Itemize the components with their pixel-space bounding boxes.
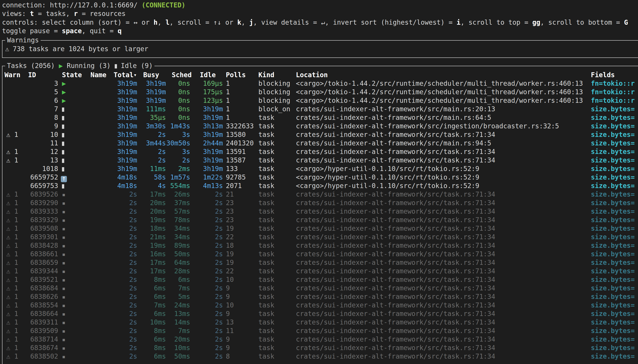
warning-icon: ⚠: [6, 310, 10, 318]
task-row[interactable]: 6▶3h19m3h19m0ns123µs1blocking<cargo>/tok…: [4, 96, 638, 105]
task-row[interactable]: ⚠ 16839329▪2s19ms78ms2s23taskcrates/sui-…: [4, 216, 638, 224]
column-header-kind[interactable]: Kind: [258, 71, 296, 79]
task-row[interactable]: ⚠ 1103h19m2s3s3h19m13580taskcrates/sui-i…: [4, 130, 638, 139]
task-state: ▪: [60, 267, 89, 276]
task-id: 8: [28, 113, 60, 122]
column-header-total[interactable]: Total▾: [111, 71, 138, 79]
task-idle: 2s: [190, 301, 223, 310]
column-header-idle[interactable]: Idle: [190, 71, 223, 79]
column-header-state[interactable]: State: [60, 71, 89, 79]
task-state: [60, 105, 89, 113]
column-header-busy[interactable]: Busy: [138, 71, 166, 79]
task-row[interactable]: 6659752↑4m18s58s1m57s1m22s92785task<carg…: [4, 173, 638, 182]
task-sched: 30m50s: [166, 139, 190, 148]
task-row[interactable]: ⚠ 16839509▪2s8ms7ms2s11taskcrates/sui-in…: [4, 326, 638, 335]
task-kind: task: [258, 275, 296, 284]
task-row[interactable]: 83h19m35µs0ns3h19m1taskcrates/sui-indexe…: [4, 113, 638, 122]
warn-cell: [4, 122, 28, 130]
task-busy: 3m44s: [138, 139, 166, 148]
task-row[interactable]: ⚠ 16838554▪2s7ms24ms2s10taskcrates/sui-i…: [4, 301, 638, 310]
task-row[interactable]: ⚠ 16838661▪2s16ms50ms2s19taskcrates/sui-…: [4, 250, 638, 258]
task-row[interactable]: ⚠ 16838659▪2s17ms64ms2s19taskcrates/sui-…: [4, 258, 638, 267]
task-sched: 10ms: [166, 344, 190, 352]
task-row[interactable]: ⚠ 16839301▪2s21ms34ms2s22taskcrates/sui-…: [4, 233, 638, 241]
warning-icon: ⚠: [6, 225, 10, 232]
task-row[interactable]: ⚠ 16839521▪2s8ms6ms2s10taskcrates/sui-in…: [4, 275, 638, 284]
task-idle: 2s: [190, 207, 223, 216]
task-total: 2s: [111, 275, 138, 284]
table-body: 3▶3h19m3h19m0ns169µs1blocking<cargo>/tok…: [4, 79, 638, 361]
task-total: 2s: [111, 284, 138, 293]
task-row[interactable]: ⚠ 16839508▪2s18ms34ms2s19taskcrates/sui-…: [4, 224, 638, 233]
pause-icon: [62, 133, 64, 137]
task-row[interactable]: ⚠ 16838674▪2s8ms10ms2s9taskcrates/sui-in…: [4, 344, 638, 352]
stopped-icon: ▪: [62, 191, 66, 198]
task-id: 11: [28, 139, 60, 148]
task-row[interactable]: 73h19m111ms0ns3h19m1block_oncrates/sui-i…: [4, 105, 638, 113]
task-fields: size.bytes=: [591, 318, 638, 327]
task-row[interactable]: ⚠ 16838684▪2s6ms7ms2s9taskcrates/sui-ind…: [4, 284, 638, 292]
column-header-sched[interactable]: Sched: [166, 71, 190, 79]
task-row[interactable]: 10183h19m11ms2ms3h19m133task<cargo>/hype…: [4, 164, 638, 173]
column-header-polls[interactable]: Polls: [223, 71, 258, 79]
task-fields-text: size.bytes=: [591, 156, 635, 164]
task-row[interactable]: ⚠ 16838714▪2s6ms20ms2s9taskcrates/sui-in…: [4, 335, 638, 344]
task-fields-text: size.bytes=: [591, 293, 635, 300]
task-row[interactable]: 113h19m3m44s30m50s2h44m2401320taskcrates…: [4, 139, 638, 148]
task-idle: 3h19m: [190, 113, 223, 122]
task-name: [89, 352, 111, 361]
task-row[interactable]: ⚠ 1133h19m2s2s3h19m13587taskcrates/sui-i…: [4, 156, 638, 164]
task-row[interactable]: 3▶3h19m3h19m0ns169µs1blocking<cargo>/tok…: [4, 79, 638, 88]
task-state: ▪: [60, 318, 89, 327]
task-kind: task: [258, 182, 296, 190]
title-segment: Idle (9): [117, 62, 153, 70]
task-polls: 9: [223, 335, 258, 344]
task-polls: 3322633: [223, 122, 258, 130]
task-total: 2s: [111, 310, 138, 318]
task-fields-text: size.bytes=: [591, 131, 635, 138]
column-header-id[interactable]: ID: [28, 71, 60, 79]
warn-cell: ⚠ 1: [4, 207, 28, 216]
task-row[interactable]: ⚠ 16839344▪2s17ms28ms2s22taskcrates/sui-…: [4, 267, 638, 275]
pause-icon: [62, 142, 64, 146]
task-row[interactable]: ⚠ 16839290▪2s20ms37ms2s23taskcrates/sui-…: [4, 198, 638, 207]
task-idle: 3h19m: [190, 105, 223, 113]
task-busy: 20ms: [138, 198, 166, 207]
column-header-location[interactable]: Location: [296, 71, 591, 79]
column-header-warn[interactable]: Warn: [4, 71, 28, 79]
task-row[interactable]: ⚠ 16838626▪2s6ms5ms2s9taskcrates/sui-ind…: [4, 292, 638, 301]
task-row[interactable]: 66597534m18s4s554ms4m13s2071task<cargo>/…: [4, 182, 638, 190]
task-row[interactable]: ⚠ 1123h19m2s3s3h19m13591taskcrates/sui-i…: [4, 148, 638, 156]
task-sched: 89ms: [166, 241, 190, 250]
task-row[interactable]: ⚠ 16839333▪2s20ms57ms2s23taskcrates/sui-…: [4, 207, 638, 216]
task-location: crates/sui-indexer-alt-framework/src/tas…: [296, 224, 591, 233]
stopped-icon: ▪: [62, 276, 66, 283]
column-header-fields[interactable]: Fields: [591, 71, 638, 79]
task-row[interactable]: 5▶3h19m3h19m0ns175µs1blocking<cargo>/tok…: [4, 88, 638, 96]
task-fields: fn=tokio::r: [591, 88, 638, 96]
warning-icon: ⚠: [6, 284, 10, 292]
task-name: [89, 224, 111, 233]
stopped-icon: ▪: [62, 225, 66, 232]
task-name: [89, 130, 111, 139]
task-location: crates/sui-indexer-alt-framework/src/tas…: [296, 190, 591, 199]
task-row[interactable]: ⚠ 16838428▪2s19ms89ms2s18taskcrates/sui-…: [4, 241, 638, 250]
task-total: 2s: [111, 318, 138, 327]
column-header-name[interactable]: Name: [89, 71, 111, 79]
task-id: 6838661: [28, 250, 60, 258]
task-state: ▶: [60, 96, 89, 105]
text-segment: = tasks,: [34, 10, 74, 18]
task-row[interactable]: ⚠ 16838502▪2s6ms50ms2s8taskcrates/sui-in…: [4, 352, 638, 361]
task-sched: 13ms: [166, 310, 190, 318]
task-busy: 16ms: [138, 250, 166, 258]
task-row[interactable]: 93h19m3m30s1m43s3h13m3322633taskcrates/s…: [4, 122, 638, 130]
status-lines: connection: http://127.0.0.1:6669/ (CONN…: [2, 1, 638, 35]
task-row[interactable]: ⚠ 16839311▪2s10ms14ms2s13taskcrates/sui-…: [4, 318, 638, 326]
task-name: [89, 88, 111, 96]
task-sched: 50ms: [166, 250, 190, 258]
task-busy: 3h19m: [138, 96, 166, 105]
task-row[interactable]: ⚠ 16838664▪2s6ms13ms2s9taskcrates/sui-in…: [4, 310, 638, 318]
task-state: ▪: [60, 258, 89, 267]
text-segment: , scroll to bottom =: [540, 19, 624, 26]
task-row[interactable]: ⚠ 16839526▪2s17ms26ms2s21taskcrates/sui-…: [4, 190, 638, 198]
